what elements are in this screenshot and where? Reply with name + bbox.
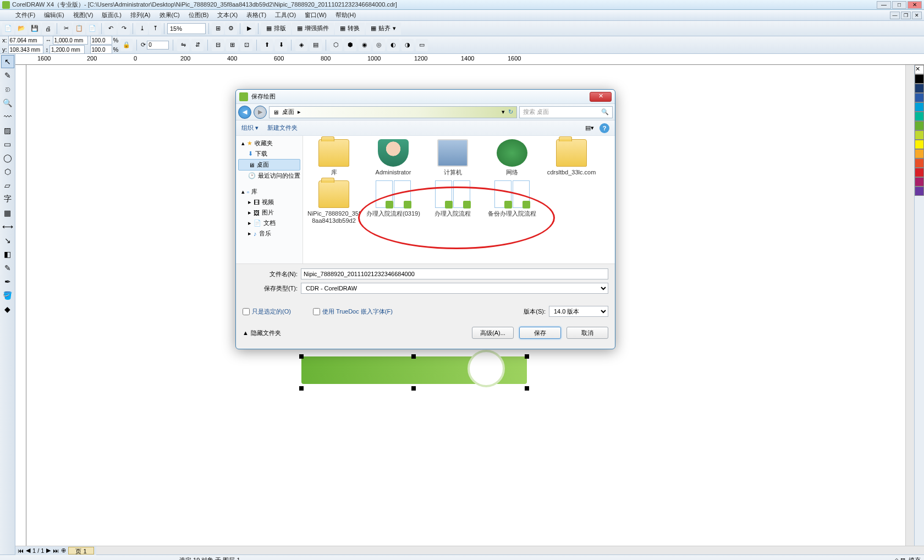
file-item[interactable]: 办理入院流程 [425,180,480,224]
file-item[interactable]: NiPic_7888920_35f8aa8413db59d2 [306,180,361,224]
arrange-button[interactable]: ▦排版 [261,23,291,35]
y-input[interactable] [8,45,43,54]
page-first-button[interactable]: ⏮ [18,547,24,554]
polygon-tool[interactable]: ⬡ [1,165,14,178]
height-input[interactable] [50,45,85,54]
color-swatch[interactable] [915,168,924,177]
view-mode-button[interactable]: ▤▾ [585,124,594,131]
page-prev-button[interactable]: ◀ [26,547,30,554]
tree-videos[interactable]: ▸ 🎞视频 [238,197,300,207]
dimension-tool[interactable]: ⟷ [1,220,14,233]
save-dialog-save-button[interactable]: 保存 [519,327,561,339]
help-icon[interactable]: ? [600,123,609,133]
file-item[interactable]: Administrator [366,139,421,176]
selection-handle[interactable] [299,354,304,359]
page-add-button[interactable]: ⊕ [61,547,66,554]
zoom-tool[interactable]: 🔍 [1,96,14,109]
file-item[interactable]: cdrsltbd_33lc.com [544,139,599,176]
advanced-button[interactable]: 高级(A)... [472,327,514,339]
back-minus-front-button[interactable]: ◑ [402,39,414,51]
mirror-v-button[interactable]: ⇵ [191,39,204,51]
connector-tool[interactable]: ↘ [1,234,14,247]
outline-tool[interactable]: ✒ [1,275,14,288]
doc-minimize-button[interactable]: — [890,12,900,19]
doc-restore-button[interactable]: ❐ [901,12,911,19]
minimize-button[interactable]: — [877,1,891,9]
ungroup-all-button[interactable]: ⊡ [240,39,252,51]
boundary-button[interactable]: ▭ [416,39,428,51]
menu-view[interactable]: 视图(V) [69,10,98,20]
color-swatch[interactable] [915,102,924,112]
tree-favorites[interactable]: ▴ ★ 收藏夹 [238,138,300,149]
maximize-button[interactable]: □ [892,1,906,9]
selected-artwork[interactable] [301,356,527,384]
file-item[interactable]: 计算机 [425,139,480,176]
menu-tools[interactable]: 工具(O) [271,10,300,20]
tree-pictures[interactable]: ▸ 🖼图片 [238,207,300,218]
copy-button[interactable]: 📋 [73,23,85,35]
page-tab[interactable]: 页 1 [68,547,94,554]
x-input[interactable] [8,36,43,45]
to-front-button[interactable]: ⬆ [261,39,273,51]
cut-button[interactable]: ✂ [60,23,72,35]
color-swatch[interactable] [915,93,924,102]
convert-curves-button[interactable]: ◈ [295,39,307,51]
close-button[interactable]: ✕ [908,1,922,9]
tree-libraries[interactable]: ▴ ▫ 库 [238,186,300,197]
color-swatch[interactable] [915,84,924,93]
interactive-tool[interactable]: ◧ [1,248,14,261]
page-next-button[interactable]: ▶ [46,547,51,554]
zoom-combo[interactable] [167,23,206,34]
file-item[interactable]: 备份办理入院流程 [485,180,540,224]
color-swatch[interactable] [915,149,924,158]
menu-effects[interactable]: 效果(C) [155,10,184,20]
rotation-input[interactable] [147,41,169,50]
launch-button[interactable]: ▶ [243,23,255,35]
crop-tool[interactable]: ⟄ [1,83,14,96]
scale-y-input[interactable] [90,45,112,54]
text-tool[interactable]: 字 [1,193,14,206]
trim-button[interactable]: ⬢ [344,39,356,51]
freehand-tool[interactable]: 〰 [1,110,14,123]
file-item[interactable]: 网络 [485,139,540,176]
menu-text[interactable]: 文本(X) [213,10,242,20]
tree-recent[interactable]: 🕑最近访问的位置 [238,171,300,181]
snap-to-button[interactable]: ▦贴齐▾ [366,23,401,35]
new-folder-button[interactable]: 新建文件夹 [267,124,298,132]
selection-handle[interactable] [411,354,416,359]
color-swatch[interactable] [915,177,924,186]
color-swatch[interactable] [915,112,924,121]
group-button[interactable]: ⊞ [226,39,238,51]
options-button[interactable]: ⚙ [225,23,237,35]
dialog-close-button[interactable]: ✕ [590,92,612,102]
menu-window[interactable]: 窗口(W) [300,10,331,20]
color-swatch[interactable] [915,140,924,149]
pick-tool[interactable]: ↖ [1,55,14,68]
file-item[interactable]: 库 [306,139,361,176]
menu-bitmap[interactable]: 位图(B) [184,10,213,20]
tree-desktop[interactable]: 🖥桌面 [238,159,300,171]
organize-button[interactable]: 组织 ▾ [241,124,258,132]
menu-help[interactable]: 帮助(H) [331,10,360,20]
selection-handle[interactable] [299,386,304,391]
vertical-scrollbar[interactable] [905,65,914,546]
menu-edit[interactable]: 编辑(E) [40,10,69,20]
rectangle-tool[interactable]: ▭ [1,138,14,151]
nav-back-button[interactable]: ◀ [238,106,251,119]
nav-search[interactable]: 搜索 桌面 🔍 [519,106,613,118]
page-last-button[interactable]: ⏭ [53,547,59,554]
eyedropper-tool[interactable]: ✎ [1,261,14,274]
menu-file[interactable]: 文件(F) [11,10,40,20]
filename-input[interactable] [301,268,608,279]
width-input[interactable] [53,36,88,45]
color-swatch[interactable] [915,130,924,140]
paste-button[interactable]: 📄 [86,23,98,35]
menu-arrange[interactable]: 排列(A) [126,10,155,20]
dropdown-icon[interactable]: ▾ [502,108,505,116]
lock-ratio-button[interactable]: 🔒 [120,39,133,51]
print-button[interactable]: 🖨 [42,23,54,35]
no-color-swatch[interactable]: ✕ [915,65,924,74]
ungroup-button[interactable]: ⊟ [212,39,224,51]
intersect-button[interactable]: ◉ [359,39,371,51]
menu-table[interactable]: 表格(T) [242,10,271,20]
